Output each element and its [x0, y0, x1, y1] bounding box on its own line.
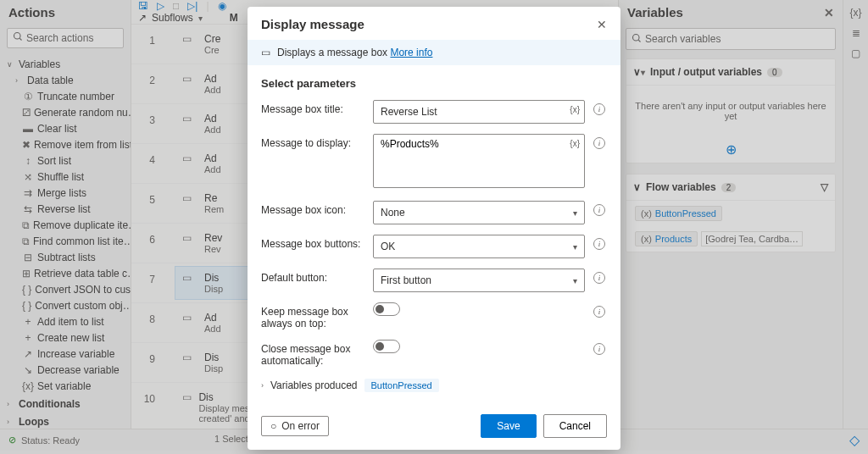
message-to-display-input[interactable] — [373, 134, 585, 188]
message-box-title-input[interactable]: Reverse List — [373, 100, 585, 124]
label-icon: Message box icon: — [261, 201, 364, 216]
message-icon: ▭ — [261, 47, 270, 58]
variable-chip[interactable]: ButtonPressed — [364, 379, 439, 392]
chevron-down-icon — [573, 207, 577, 219]
chevron-down-icon — [573, 274, 577, 286]
fx-icon[interactable]: {x} — [570, 139, 580, 148]
save-button[interactable]: Save — [481, 414, 536, 438]
auto-close-toggle[interactable] — [373, 340, 400, 353]
label-title: Message box title: — [261, 100, 364, 115]
message-box-icon-select[interactable]: None — [373, 201, 585, 224]
info-icon[interactable]: i — [593, 238, 605, 250]
info-icon[interactable]: i — [593, 137, 605, 149]
display-message-dialog: Display message ✕ ▭ Displays a message b… — [248, 7, 620, 450]
info-icon[interactable]: i — [593, 343, 605, 355]
cancel-button[interactable]: Cancel — [543, 414, 607, 438]
on-error-button[interactable]: ○ On error — [261, 416, 329, 436]
error-icon: ○ — [270, 420, 276, 432]
dialog-info-bar: ▭ Displays a message box More info — [248, 40, 620, 65]
variables-produced-label: Variables produced — [270, 379, 358, 391]
message-box-buttons-select[interactable]: OK — [373, 235, 585, 258]
close-icon[interactable]: ✕ — [597, 18, 607, 31]
info-icon[interactable]: i — [593, 204, 605, 216]
more-info-link[interactable]: More info — [390, 47, 432, 58]
chevron-right-icon[interactable]: › — [261, 381, 264, 390]
label-message: Message to display: — [261, 134, 364, 149]
section-heading: Select parameters — [261, 77, 607, 90]
label-autoclose: Close message box automatically: — [261, 340, 364, 367]
always-on-top-toggle[interactable] — [373, 302, 400, 316]
fx-icon[interactable]: {x} — [570, 105, 580, 114]
label-ontop: Keep message box always on top: — [261, 302, 364, 329]
info-icon[interactable]: i — [593, 306, 605, 318]
info-icon[interactable]: i — [593, 272, 605, 284]
dialog-title: Display message — [261, 17, 364, 31]
default-button-select[interactable]: First button — [373, 269, 585, 292]
label-default: Default button: — [261, 269, 364, 284]
chevron-down-icon — [573, 241, 577, 252]
label-buttons: Message box buttons: — [261, 235, 364, 250]
info-icon[interactable]: i — [593, 103, 605, 115]
